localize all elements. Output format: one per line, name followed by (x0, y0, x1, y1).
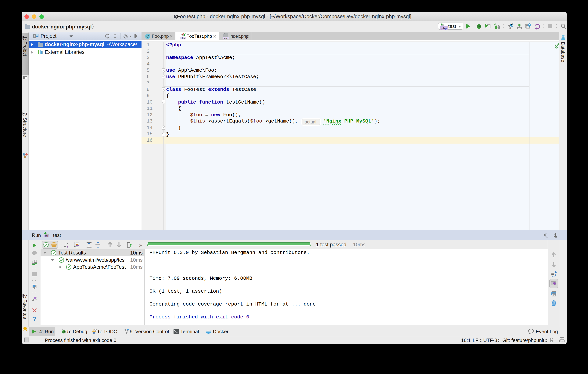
svg-text:T: T (551, 340, 552, 342)
svg-text:a: a (67, 242, 68, 245)
svg-text:z: z (67, 245, 68, 248)
svg-text:php: php (45, 235, 49, 237)
